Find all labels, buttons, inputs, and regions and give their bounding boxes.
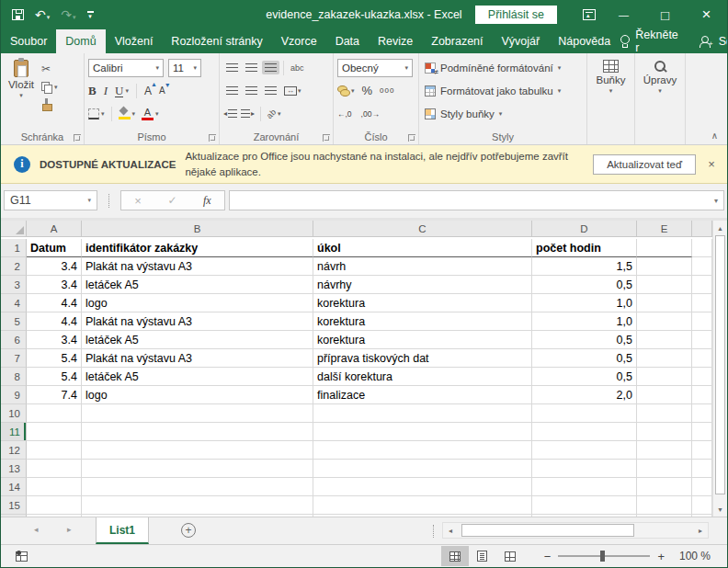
sheet-next-icon[interactable]: ▸: [67, 525, 72, 534]
zoom-level[interactable]: 100 %: [676, 550, 711, 562]
column-header-A[interactable]: A: [27, 221, 82, 237]
cell-B2[interactable]: Plakát na výstavu A3: [82, 257, 313, 276]
row-header-1[interactable]: 1: [1, 239, 27, 257]
cell-D8[interactable]: 0,5: [532, 368, 637, 386]
cell-E5[interactable]: [637, 312, 692, 331]
row-header-6[interactable]: 6: [1, 331, 27, 349]
cell-B4[interactable]: logo: [82, 294, 313, 312]
cell-D12[interactable]: [532, 441, 637, 460]
tab-domů[interactable]: Domů: [56, 29, 105, 53]
page-break-view-button[interactable]: [496, 546, 524, 566]
redo-button[interactable]: ▾: [61, 6, 75, 23]
cell-E4[interactable]: [637, 294, 692, 312]
undo-button[interactable]: ▾: [35, 6, 50, 23]
format-painter-icon[interactable]: [41, 98, 52, 110]
font-size-select[interactable]: 11▾: [168, 59, 201, 77]
borders-button[interactable]: ▾: [88, 108, 105, 119]
row-header-5[interactable]: 5: [1, 312, 27, 331]
sheet-prev-icon[interactable]: ◂: [34, 525, 39, 534]
zoom-in-icon[interactable]: +: [657, 550, 665, 563]
cell-C9[interactable]: finalizace: [313, 386, 532, 404]
row-header-12[interactable]: 12: [1, 441, 27, 460]
cell-F11[interactable]: [692, 423, 712, 441]
font-name-select[interactable]: Calibri▾: [88, 59, 164, 77]
cell-F10[interactable]: [692, 404, 712, 423]
page-layout-view-button[interactable]: [469, 546, 496, 566]
cell-B1[interactable]: identifikátor zakázky: [82, 239, 313, 257]
cell-E6[interactable]: [637, 331, 692, 349]
cell-F13[interactable]: [692, 460, 712, 478]
cell-E8[interactable]: [637, 368, 692, 386]
align-left-button[interactable]: [223, 84, 241, 97]
cell-D5[interactable]: 1,0: [532, 312, 637, 331]
sign-in-button[interactable]: Přihlásit se: [475, 6, 557, 24]
underline-button[interactable]: U▾: [115, 85, 129, 97]
row-header-10[interactable]: 10: [1, 404, 27, 423]
cell-C15[interactable]: [313, 496, 532, 515]
cell-E7[interactable]: [637, 349, 692, 368]
cell-A4[interactable]: 4.4: [27, 294, 82, 312]
tab-zobrazení[interactable]: Zobrazení: [422, 29, 492, 53]
horizontal-scrollbar[interactable]: ◂ ▸: [442, 522, 709, 539]
cell-E12[interactable]: [637, 441, 692, 460]
enter-check-icon[interactable]: ✓: [167, 194, 176, 207]
close-button[interactable]: [686, 0, 727, 29]
paste-caret-icon[interactable]: ▾: [19, 92, 23, 99]
cell-C5[interactable]: korektura: [313, 312, 532, 331]
font-dialog-launcher-icon[interactable]: [209, 134, 216, 142]
cell-D15[interactable]: [532, 496, 637, 515]
cell-E9[interactable]: [637, 386, 692, 404]
align-top-button[interactable]: [223, 61, 241, 74]
editing-button[interactable]: Úpravy ▾: [635, 56, 685, 95]
comma-style-button[interactable]: 000: [380, 86, 394, 95]
cell-F8[interactable]: [692, 368, 712, 386]
new-sheet-icon[interactable]: +: [181, 523, 196, 538]
column-header-partial[interactable]: [692, 221, 712, 237]
column-header-E[interactable]: E: [637, 221, 692, 237]
wrap-text-button[interactable]: abc: [288, 61, 307, 75]
tab-vzorce[interactable]: Vzorce: [272, 29, 326, 53]
macro-record-icon[interactable]: [16, 551, 28, 562]
cell-E1[interactable]: [637, 239, 692, 257]
cell-C8[interactable]: další korektura: [313, 368, 532, 386]
row-header-9[interactable]: 9: [1, 386, 27, 404]
cell-C6[interactable]: korektura: [313, 331, 532, 349]
cell-A9[interactable]: 7.4: [27, 386, 82, 404]
cell-C4[interactable]: korektura: [313, 294, 532, 312]
cell-F4[interactable]: [692, 294, 712, 312]
cell-A10[interactable]: [27, 404, 82, 423]
cell-C3[interactable]: návrhy: [313, 276, 532, 294]
maximize-button[interactable]: [644, 0, 686, 29]
row-header-11[interactable]: 11: [1, 423, 27, 441]
tab-rozložení-stránky[interactable]: Rozložení stránky: [162, 29, 271, 53]
expand-formula-bar-icon[interactable]: ▾: [714, 197, 718, 205]
share-button[interactable]: Sdílet: [719, 35, 728, 48]
cell-E3[interactable]: [637, 276, 692, 294]
cell-D1[interactable]: počet hodin: [532, 239, 637, 257]
row-header-15[interactable]: 15: [1, 496, 27, 515]
column-header-C[interactable]: C: [313, 221, 532, 237]
row-header-7[interactable]: 7: [1, 349, 27, 368]
cell-F15[interactable]: [692, 496, 712, 515]
horizontal-scroll-thumb[interactable]: [461, 524, 634, 537]
cell-styles-button[interactable]: Styly buňky ▾: [419, 102, 586, 125]
cell-F9[interactable]: [692, 386, 712, 404]
select-all-corner[interactable]: [1, 221, 27, 237]
cell-A14[interactable]: [27, 478, 82, 496]
cell-C12[interactable]: [313, 441, 532, 460]
cell-D6[interactable]: 0,5: [532, 331, 637, 349]
tab-vývojář[interactable]: Vývojář: [493, 29, 550, 53]
row-header-4[interactable]: 4: [1, 294, 27, 312]
cell-D11[interactable]: [532, 423, 637, 441]
cell-B9[interactable]: logo: [82, 386, 313, 404]
cell-A7[interactable]: 5.4: [27, 349, 82, 368]
align-middle-button[interactable]: [243, 61, 260, 74]
accounting-format-button[interactable]: ▾: [337, 85, 355, 96]
align-bottom-button[interactable]: [262, 61, 279, 74]
row-header-13[interactable]: 13: [1, 460, 27, 478]
cell-B3[interactable]: letáček A5: [82, 276, 313, 294]
cell-B7[interactable]: Plakát na výstavu A3: [82, 349, 313, 368]
cell-B13[interactable]: [82, 460, 313, 478]
insert-function-icon[interactable]: fx: [203, 194, 211, 208]
number-format-select[interactable]: Obecný▾: [337, 59, 413, 77]
